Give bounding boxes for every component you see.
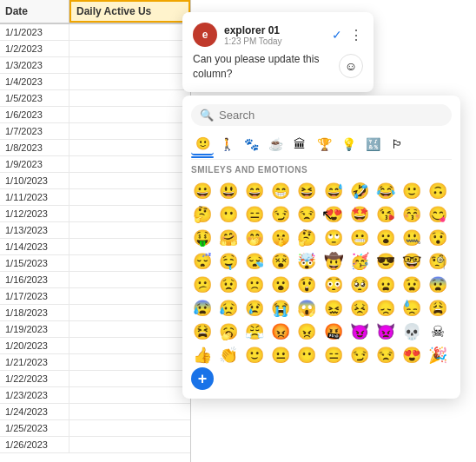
emoji-cell[interactable]: 🥱 — [217, 320, 240, 343]
emoji-cell[interactable]: 😒 — [374, 344, 397, 366]
emoji-cell[interactable]: 😫 — [191, 320, 214, 343]
emoji-cat-objects[interactable]: 💡 — [337, 133, 360, 155]
emoji-cell[interactable]: 🙁 — [243, 274, 266, 296]
value-cell — [69, 156, 190, 172]
emoji-cell[interactable]: 😏 — [348, 344, 371, 366]
emoji-cell[interactable]: 🤑 — [191, 227, 214, 249]
emoji-cat-food[interactable]: ☕ — [264, 133, 287, 155]
emoji-cell[interactable]: 😪 — [243, 250, 266, 273]
emoji-cell[interactable]: 😥 — [217, 297, 240, 320]
emoji-cell[interactable]: 😵 — [269, 250, 292, 273]
emoji-cell[interactable]: 🥳 — [348, 250, 371, 273]
emoji-cell[interactable]: 😢 — [243, 297, 266, 320]
emoji-cell[interactable]: 🤔 — [295, 227, 318, 249]
emoji-cell[interactable]: 😮 — [374, 227, 397, 249]
emoji-cell[interactable]: 😟 — [217, 274, 240, 296]
emoji-cell[interactable]: 🤬 — [322, 320, 345, 343]
table-row: 1/18/2023 — [0, 305, 190, 321]
table-row: 1/1/2023 — [0, 24, 190, 41]
emoji-cell[interactable]: 😍 — [400, 344, 423, 366]
emoji-cell[interactable]: 😑 — [243, 203, 266, 226]
emoji-cell[interactable]: 😄 — [243, 180, 266, 202]
emoji-cell[interactable]: 😑 — [322, 344, 345, 366]
emoji-cell[interactable]: ☠ — [426, 320, 449, 343]
emoji-cat-animals[interactable]: 🐾 — [240, 133, 262, 155]
emoji-cell[interactable]: 🤩 — [348, 203, 371, 226]
emoji-cell[interactable]: 😏 — [269, 203, 292, 226]
emoji-cell[interactable]: 😴 — [191, 250, 214, 273]
emoji-cell[interactable]: 😯 — [426, 227, 449, 249]
emoji-cell[interactable]: 😒 — [295, 203, 318, 226]
emoji-add-button[interactable]: + — [191, 367, 214, 390]
emoji-cell[interactable]: 😱 — [295, 297, 318, 320]
emoji-cell[interactable]: 🤠 — [322, 250, 345, 273]
emoji-cell[interactable]: 🤫 — [269, 227, 292, 249]
emoji-cell[interactable]: 🥺 — [348, 274, 371, 296]
emoji-cat-flags[interactable]: 🏳 — [386, 133, 408, 155]
emoji-cell[interactable]: 😐 — [269, 344, 292, 366]
emoji-cell[interactable]: 💀 — [400, 320, 423, 343]
emoji-cell[interactable]: 😣 — [348, 297, 371, 320]
emoji-cell[interactable]: 😂 — [374, 180, 397, 202]
emoji-cell[interactable]: 😁 — [269, 180, 292, 202]
emoji-cell[interactable]: 🙄 — [322, 227, 345, 249]
emoji-cell[interactable]: 🤐 — [400, 227, 423, 249]
emoji-cell[interactable]: 😶 — [295, 344, 318, 366]
emoji-cell[interactable]: 🙃 — [426, 180, 449, 202]
emoji-cell[interactable]: 😕 — [191, 274, 214, 296]
emoji-cell[interactable]: 😰 — [191, 297, 214, 320]
emoji-cell[interactable]: 🙂 — [243, 344, 266, 366]
emoji-cell[interactable]: 🎉 — [426, 344, 449, 366]
emoji-cell[interactable]: 😈 — [348, 320, 371, 343]
emoji-cell[interactable]: 😡 — [269, 320, 292, 343]
emoji-cell[interactable]: 😭 — [269, 297, 292, 320]
emoji-cell[interactable]: 😎 — [374, 250, 397, 273]
emoji-cell[interactable]: 🤣 — [348, 180, 371, 202]
emoji-cell[interactable]: 👍 — [191, 344, 214, 366]
emoji-cell[interactable]: 😖 — [322, 297, 345, 320]
date-cell: 1/13/2023 — [0, 222, 69, 238]
emoji-cell[interactable]: 🧐 — [426, 250, 449, 273]
emoji-cell[interactable]: 👏 — [217, 344, 240, 366]
emoji-reaction-button[interactable]: ☺ — [339, 54, 363, 78]
emoji-cell[interactable]: 😩 — [426, 297, 449, 320]
emoji-cell[interactable]: 🤤 — [217, 250, 240, 273]
resolve-check-icon[interactable]: ✓ — [332, 28, 342, 42]
emoji-cell[interactable]: 😬 — [348, 227, 371, 249]
emoji-cell[interactable]: 🙂 — [400, 180, 423, 202]
emoji-cell[interactable]: 😃 — [217, 180, 240, 202]
emoji-cell[interactable]: 😤 — [243, 320, 266, 343]
emoji-cell[interactable]: 😶 — [217, 203, 240, 226]
emoji-cell[interactable]: 😞 — [374, 297, 397, 320]
emoji-cell[interactable]: 🤯 — [295, 250, 318, 273]
emoji-cell[interactable]: 😨 — [426, 274, 449, 296]
emoji-cell[interactable]: 😮 — [269, 274, 292, 296]
emoji-search-bar[interactable]: 🔍 — [191, 104, 452, 126]
more-options-button[interactable]: ⋮ — [349, 27, 363, 43]
emoji-cell[interactable]: 😆 — [295, 180, 318, 202]
emoji-cat-activities[interactable]: 🏆 — [313, 133, 335, 155]
emoji-cell[interactable]: 😋 — [426, 203, 449, 226]
emoji-cell[interactable]: 😦 — [374, 274, 397, 296]
emoji-cell[interactable]: 😧 — [400, 274, 423, 296]
emoji-cell[interactable]: 😅 — [322, 180, 345, 202]
emoji-cell[interactable]: 😓 — [400, 297, 423, 320]
emoji-cell[interactable]: 😠 — [295, 320, 318, 343]
emoji-cell[interactable]: 😳 — [322, 274, 345, 296]
emoji-cell[interactable]: 😘 — [374, 203, 397, 226]
emoji-cell[interactable]: 😀 — [191, 180, 214, 202]
emoji-cell[interactable]: 🤔 — [191, 203, 214, 226]
emoji-cell[interactable]: 👿 — [374, 320, 397, 343]
emoji-cat-travel[interactable]: 🏛 — [288, 133, 311, 155]
emoji-cell[interactable]: 😍 — [322, 203, 345, 226]
search-input[interactable] — [219, 109, 443, 122]
emoji-cell[interactable]: 🤗 — [217, 227, 240, 249]
emoji-cell[interactable]: 😲 — [295, 274, 318, 296]
emoji-cat-symbols[interactable]: 🔣 — [361, 133, 384, 155]
emoji-cell[interactable]: 🤓 — [400, 250, 423, 273]
emoji-cat-smileys[interactable]: 🙂 — [191, 133, 214, 155]
emoji-cell[interactable]: 🤭 — [243, 227, 266, 249]
emoji-cell[interactable]: 😚 — [400, 203, 423, 226]
date-cell: 1/10/2023 — [0, 173, 69, 188]
emoji-cat-people[interactable]: 🚶 — [215, 133, 238, 155]
